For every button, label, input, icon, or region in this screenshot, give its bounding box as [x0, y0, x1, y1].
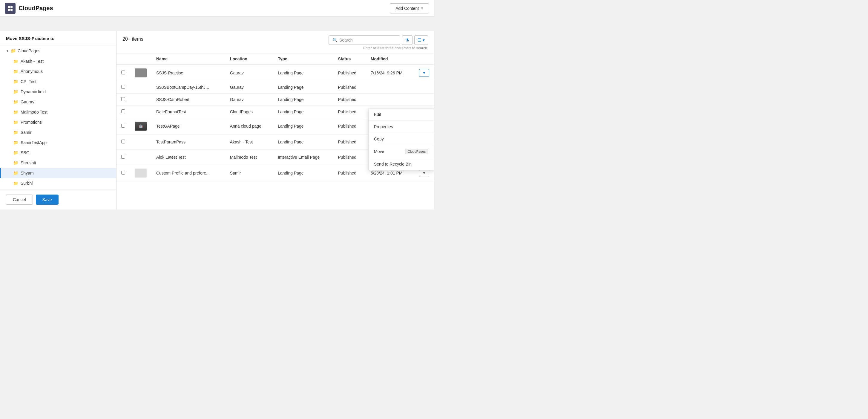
context-menu-recycle[interactable]: Send to Recycle Bin: [369, 158, 434, 170]
tree-item-cp-test[interactable]: 📁 CP_Test: [0, 77, 116, 87]
decorative-band: [0, 17, 434, 31]
row-type: Landing Page: [273, 118, 333, 134]
row-thumbnail: [135, 68, 147, 78]
row-checkbox[interactable]: [121, 140, 125, 144]
context-menu-edit[interactable]: Edit: [369, 109, 434, 121]
folder-icon: 📁: [13, 150, 18, 155]
col-modified: Modified: [366, 54, 414, 65]
search-area: 🔍 ⚗ ☰ ▾ Enter at least three characters …: [329, 35, 428, 50]
row-type: Landing Page: [273, 134, 333, 150]
folder-icon: 📁: [13, 120, 18, 125]
row-type: Landing Page: [273, 65, 333, 81]
row-checkbox[interactable]: [121, 85, 125, 89]
row-checkbox[interactable]: [121, 97, 125, 101]
tree-item-label: Anonymous: [21, 69, 43, 74]
folder-icon: 📁: [13, 171, 18, 175]
row-checkbox[interactable]: [121, 124, 125, 128]
tree-item-samir-test-app[interactable]: 📁 SamirTestApp: [0, 138, 116, 148]
search-row: 🔍 ⚗ ☰ ▾: [329, 35, 428, 45]
row-name: SSJS-Practise: [151, 65, 225, 81]
row-checkbox[interactable]: [121, 171, 125, 175]
folder-icon: 📁: [13, 130, 18, 135]
tree-item-label: Gaurav: [21, 99, 34, 104]
context-menu-properties[interactable]: Properties: [369, 121, 434, 133]
search-input[interactable]: [339, 38, 396, 42]
tree-item-label: SBG: [21, 150, 30, 155]
move-tooltip-badge: CloudPages: [405, 149, 428, 154]
row-name: SSJSBootCampDay-16thJ...: [151, 81, 225, 94]
tree-item-label: Akash - Test: [21, 59, 43, 64]
tree-item-surbhi[interactable]: 📁 Surbhi: [0, 178, 116, 188]
tree-item-dynamic-field[interactable]: 📁 Dynamic field: [0, 87, 116, 97]
tree-item-label: Shrushti: [21, 160, 36, 165]
svg-rect-3: [10, 9, 12, 11]
context-menu-copy[interactable]: Copy: [369, 133, 434, 145]
row-status: Published: [333, 150, 366, 165]
tree-item-label: Shyam: [21, 171, 34, 175]
folder-icon: 📁: [13, 89, 18, 94]
view-button[interactable]: ☰ ▾: [414, 35, 428, 45]
filter-button[interactable]: ⚗: [402, 35, 412, 45]
row-checkbox[interactable]: [121, 70, 125, 74]
row-modified: [366, 94, 414, 106]
row-location: Akash - Test: [225, 134, 273, 150]
tree-item-shrushti[interactable]: 📁 Shrushti: [0, 158, 116, 168]
search-icon: 🔍: [333, 38, 338, 42]
search-hint: Enter at least three characters to searc…: [363, 46, 428, 50]
tree-item-label: Mailmodo Test: [21, 110, 48, 115]
row-checkbox[interactable]: [121, 155, 125, 159]
add-content-chevron-icon: ▼: [421, 7, 424, 10]
row-status: Published: [333, 81, 366, 94]
folder-icon: 📁: [13, 59, 18, 64]
folder-icon: 📁: [13, 69, 18, 74]
col-checkbox: [117, 54, 130, 65]
tree-root[interactable]: ▼ 📁 CloudPages: [0, 46, 116, 56]
add-content-button[interactable]: Add Content ▼: [390, 3, 429, 13]
row-name: TestGAPage: [151, 118, 225, 134]
folder-icon: 📁: [13, 181, 18, 186]
filter-icon: ⚗: [405, 38, 409, 42]
context-menu-move-label: Move: [374, 149, 384, 154]
tree-root-label: CloudPages: [18, 49, 40, 53]
tree-item-anonymous[interactable]: 📁 Anonymous: [0, 66, 116, 77]
tree-item-label: SamirTestApp: [21, 140, 46, 145]
tree-item-sbg[interactable]: 📁 SBG: [0, 148, 116, 158]
tree-item-label: Promotions: [21, 120, 42, 125]
app-title: CloudPages: [19, 5, 53, 12]
view-icon: ☰ ▾: [417, 38, 425, 42]
col-location: Location: [225, 54, 273, 65]
svg-rect-1: [10, 6, 12, 8]
row-location: Anna cloud page: [225, 118, 273, 134]
tree-item-label: Surbhi: [21, 181, 33, 186]
row-status: Published: [333, 65, 366, 81]
row-status: Published: [333, 106, 366, 118]
context-menu-move[interactable]: Move CloudPages: [369, 145, 434, 158]
row-status: Published: [333, 118, 366, 134]
tree-item-samir[interactable]: 📁 Samir: [0, 127, 116, 138]
col-status: Status: [333, 54, 366, 65]
row-location: Gaurav: [225, 94, 273, 106]
tree-item-promotions[interactable]: 📁 Promotions: [0, 117, 116, 127]
context-menu: Edit Properties Copy Move CloudPages Sen…: [368, 108, 434, 170]
cancel-button[interactable]: Cancel: [6, 194, 33, 205]
search-box[interactable]: 🔍: [329, 35, 400, 45]
main-area: Move SSJS-Practise to ▼ 📁 CloudPages 📁 A…: [0, 31, 434, 210]
tree-item-shyam[interactable]: 📁 Shyam: [0, 168, 116, 178]
col-type: Type: [273, 54, 333, 65]
tree-item-gaurav[interactable]: 📁 Gaurav: [0, 97, 116, 107]
tree-item-label: Dynamic field: [21, 89, 46, 94]
save-button[interactable]: Save: [36, 194, 59, 205]
row-location: Gaurav: [225, 65, 273, 81]
svg-rect-0: [8, 6, 10, 8]
col-action: [414, 54, 434, 65]
row-modified: [366, 81, 414, 94]
row-status: Published: [333, 134, 366, 150]
row-checkbox[interactable]: [121, 109, 125, 113]
row-name: TestParamPass: [151, 134, 225, 150]
row-thumbnail: 🤖: [135, 122, 147, 130]
tree-item-mailmodo-test[interactable]: 📁 Mailmodo Test: [0, 107, 116, 117]
row-status: Published: [333, 94, 366, 106]
row-action-dropdown-button[interactable]: ▼: [419, 69, 429, 77]
tree-item-akash-test[interactable]: 📁 Akash - Test: [0, 56, 116, 66]
row-location: Samir: [225, 165, 273, 181]
